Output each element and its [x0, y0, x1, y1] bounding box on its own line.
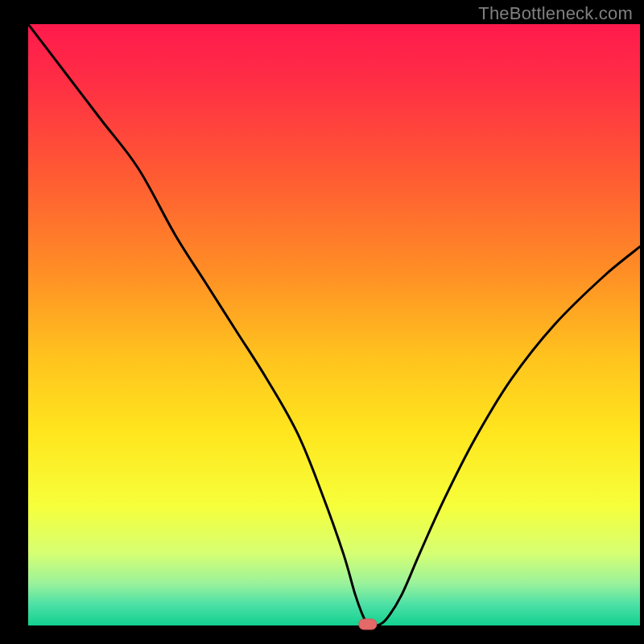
- bottleneck-chart: [0, 0, 644, 644]
- chart-container: { "watermark": "TheBottleneck.com", "col…: [0, 0, 644, 644]
- watermark-text: TheBottleneck.com: [478, 3, 633, 24]
- optimal-point-marker: [359, 619, 377, 630]
- plot-background: [28, 24, 640, 625]
